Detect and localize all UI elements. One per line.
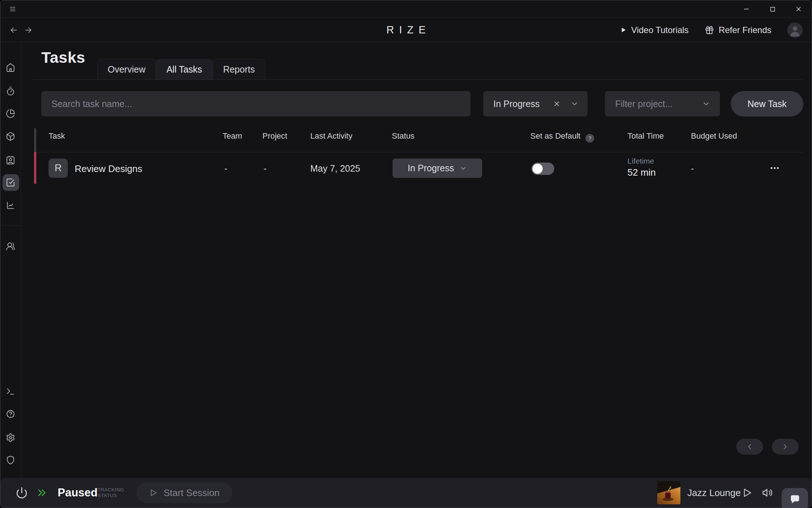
sidebar-item-terminal[interactable] [6, 387, 15, 396]
help-icon [6, 409, 15, 419]
pagination-prev-button[interactable] [736, 439, 763, 455]
page-title: Tasks [41, 49, 85, 66]
pagination-next-button[interactable] [772, 439, 799, 455]
clear-x-icon [553, 100, 561, 108]
total-time-scope-label: Lifetime [627, 157, 654, 165]
album-art[interactable] [657, 481, 680, 504]
video-tutorials-label: Video Tutorials [631, 25, 688, 35]
video-tutorials-button[interactable]: Video Tutorials [620, 25, 688, 35]
project-filter-chevron[interactable] [702, 99, 710, 108]
music-play-button[interactable] [739, 478, 755, 508]
status-filter-value: In Progress [493, 99, 553, 109]
refer-friends-button[interactable]: Refer Friends [705, 25, 771, 35]
play-outline-icon [742, 487, 753, 498]
play-outline-icon [149, 488, 158, 497]
tab-all-tasks-label: All Tasks [166, 64, 202, 75]
tracking-caption: TRACKING STATUS [98, 487, 124, 499]
task-status-chevron [460, 165, 467, 172]
column-header-project: Project [262, 131, 287, 141]
tab-all-tasks[interactable]: All Tasks [156, 59, 212, 79]
nav-back-button[interactable] [6, 18, 21, 42]
column-header-status: Status [392, 131, 414, 141]
task-budget-used-value: - [691, 163, 694, 174]
project-filter-placeholder: Filter project... [615, 99, 702, 109]
app-logo: RIZE [381, 18, 431, 42]
music-volume-button[interactable] [759, 478, 776, 508]
power-button[interactable] [14, 478, 29, 508]
project-filter-dropdown[interactable]: Filter project... [605, 91, 720, 116]
tabs-divider [33, 79, 804, 80]
timer-icon [6, 86, 15, 96]
tab-bar: Overview All Tasks Reports [97, 59, 265, 79]
status-filter-dropdown[interactable]: In Progress [483, 91, 588, 116]
set-as-default-toggle[interactable] [531, 163, 554, 175]
sidebar-item-help[interactable] [6, 409, 15, 419]
sidebar [0, 42, 21, 478]
close-button[interactable] [786, 0, 812, 18]
expand-tracker-button[interactable] [34, 478, 50, 508]
tab-reports[interactable]: Reports [212, 59, 265, 79]
sidebar-divider [0, 225, 21, 226]
column-header-task: Task [49, 131, 65, 141]
sidebar-item-team[interactable] [6, 242, 15, 251]
maximize-button[interactable] [759, 0, 786, 18]
row-divider [36, 152, 804, 152]
task-name[interactable]: Review Designs [75, 163, 142, 175]
line-chart-icon [6, 201, 15, 210]
status-filter-chevron[interactable] [570, 99, 579, 108]
task-status-dropdown[interactable]: In Progress [393, 159, 482, 178]
start-session-label: Start Session [163, 487, 220, 499]
power-icon [16, 487, 28, 499]
user-avatar[interactable] [787, 22, 803, 38]
gift-icon [705, 25, 714, 35]
status-filter-clear-button[interactable] [553, 100, 561, 108]
hamburger-menu-button[interactable] [5, 0, 21, 18]
sidebar-item-analytics[interactable] [6, 201, 15, 210]
sidebar-item-reports[interactable] [6, 109, 15, 118]
sidebar-item-privacy[interactable] [6, 455, 15, 465]
minimize-button[interactable] [733, 0, 759, 18]
tab-reports-label: Reports [223, 64, 255, 75]
question-badge: ? [588, 135, 591, 141]
shield-icon [6, 455, 15, 465]
tab-overview-label: Overview [108, 64, 145, 75]
task-color-stripe [34, 152, 36, 184]
window-controls [733, 0, 812, 18]
nav-forward-button[interactable] [21, 18, 36, 42]
chevron-left-icon [745, 442, 754, 451]
forward-arrow-icon [24, 25, 33, 35]
column-header-budget-used: Budget Used [691, 131, 737, 141]
new-task-label: New Task [747, 99, 787, 109]
new-task-button[interactable]: New Task [731, 91, 803, 116]
task-initial-avatar[interactable]: R [49, 159, 68, 178]
set-as-default-label: Set as Default [530, 131, 580, 140]
sidebar-item-settings[interactable] [6, 433, 15, 442]
contact-card-icon [6, 155, 15, 165]
minimize-icon [743, 5, 750, 13]
task-status-value: In Progress [408, 163, 454, 173]
hamburger-icon [9, 5, 16, 13]
start-session-button[interactable]: Start Session [136, 482, 232, 503]
task-row-menu-button[interactable] [766, 162, 783, 174]
sidebar-item-timer[interactable] [6, 86, 15, 96]
tab-overview[interactable]: Overview [97, 59, 156, 79]
set-as-default-help-badge[interactable]: ? [585, 134, 594, 143]
sidebar-item-home[interactable] [6, 63, 15, 72]
search-input[interactable] [41, 91, 471, 116]
cube-icon [6, 132, 15, 141]
terminal-icon [6, 387, 15, 396]
ellipsis-icon [769, 163, 780, 173]
chevron-down-icon [702, 99, 710, 108]
main-content: Tasks Overview All Tasks Reports In Prog… [21, 42, 812, 478]
play-icon [620, 27, 626, 33]
album-art-image [657, 481, 680, 504]
header-actions: Video Tutorials Refer Friends [620, 18, 803, 42]
sidebar-item-clients[interactable] [6, 155, 15, 165]
toggle-knob [533, 164, 543, 174]
sidebar-item-tasks[interactable] [6, 178, 15, 187]
chevron-down-icon [460, 165, 467, 172]
sidebar-item-projects[interactable] [6, 132, 15, 141]
chat-button[interactable] [782, 488, 808, 508]
task-initial: R [55, 163, 62, 174]
close-icon [795, 5, 802, 13]
